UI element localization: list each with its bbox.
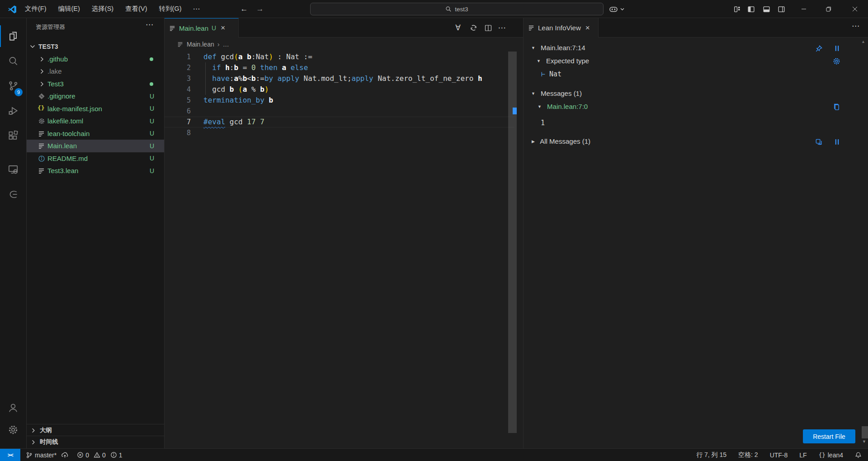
menu-view[interactable]: 查看(V) [119, 5, 153, 13]
tab-close-icon[interactable]: × [221, 24, 225, 33]
accounts-icon[interactable] [0, 397, 26, 419]
customize-layout-icon[interactable] [731, 0, 742, 18]
cursor-position-item[interactable]: 行 7, 列 15 [696, 451, 726, 459]
remote-indicator[interactable]: >< [0, 449, 20, 461]
publish-changes-icon[interactable] [61, 452, 69, 458]
code-text: if h:b = 0 then a else [203, 62, 308, 73]
tab-main-lean[interactable]: Main.lean U × [165, 18, 239, 38]
git-status-badge: U [150, 130, 154, 137]
file-row-main-lean[interactable]: Main.leanU [27, 140, 164, 152]
lean-extension-icon[interactable] [0, 183, 26, 205]
breadcrumb-separator: › [217, 40, 220, 48]
git-branch-item[interactable]: master* [26, 452, 57, 459]
all-messages-section[interactable]: ▶ All Messages (1) [532, 137, 590, 145]
code-line-6[interactable]: 6 [165, 106, 514, 117]
notifications-bell-icon[interactable] [855, 452, 862, 459]
restore-button[interactable] [818, 0, 839, 18]
line-number: 5 [165, 95, 191, 106]
toggle-panel-icon[interactable] [761, 0, 772, 18]
message-location[interactable]: ▼ Main.lean:7:0 [538, 103, 588, 110]
code-line-4[interactable]: 4 gcd b (a % b) [165, 84, 514, 95]
sidebar-more-actions[interactable]: ⋯ [146, 20, 153, 29]
menu-go[interactable]: 转到(G) [153, 5, 188, 13]
infoview-scrollbar[interactable] [862, 426, 868, 438]
eol-item[interactable]: LF [799, 452, 807, 459]
outline-section[interactable]: 大纲 [27, 424, 164, 436]
code-line-5[interactable]: 5termination_by b [165, 95, 514, 106]
file-row-lakefile-toml[interactable]: lakefile.tomlU [27, 115, 164, 127]
code-line-2[interactable]: 2 if h:b = 0 then a else [165, 62, 514, 73]
language-mode-item[interactable]: {} lean4 [819, 452, 843, 459]
split-editor-icon[interactable] [481, 18, 495, 38]
file-row-lake-manifest-json[interactable]: {}lake-manifest.jsonU [27, 103, 164, 115]
code-line-7[interactable]: 7#eval gcd 17 7 [165, 117, 514, 127]
infoview-tab-close-icon[interactable]: × [585, 24, 590, 33]
indentation-item[interactable]: 空格: 2 [738, 451, 758, 459]
settings-gear-icon[interactable] [832, 57, 841, 66]
line-number: 8 [165, 127, 191, 138]
code-line-3[interactable]: 3 have:a%b<b:=by apply Nat.mod_lt;apply … [165, 73, 514, 84]
file-row-readme-md[interactable]: README.mdU [27, 152, 164, 165]
nav-back-icon[interactable]: ← [237, 0, 251, 18]
copy-to-comment-icon[interactable] [833, 103, 840, 111]
scroll-up-icon[interactable]: ▲ [861, 39, 865, 44]
nav-forward-icon[interactable]: → [253, 0, 267, 18]
menu-selection[interactable]: 选择(S) [86, 5, 119, 13]
code-line-8[interactable]: 8 [165, 127, 514, 138]
code-line-1[interactable]: 1def gcd(a b:Nat) : Nat := [165, 52, 514, 62]
command-center-search[interactable]: test3 [310, 3, 604, 15]
info-file-icon [38, 155, 45, 162]
close-button[interactable] [844, 0, 866, 18]
copilot-button[interactable] [606, 0, 627, 18]
settings-gear-icon[interactable] [0, 419, 26, 441]
remote-explorer-icon[interactable] [0, 159, 26, 180]
problems-item[interactable]: 0 0 1 [77, 452, 122, 459]
messages-section[interactable]: ▼ Messages (1) [531, 89, 582, 97]
breadcrumb-tail: … [223, 41, 229, 48]
code-area[interactable]: 1def gcd(a b:Nat) : Nat :=2 if h:b = 0 t… [165, 52, 514, 138]
git-status-badge: U [150, 105, 154, 112]
toggle-secondary-sidebar-icon[interactable] [776, 0, 787, 18]
file-row--lake[interactable]: .lake [27, 65, 164, 78]
file-row--gitignore[interactable]: .gitignoreU [27, 90, 164, 103]
braces-icon: {} [819, 452, 826, 458]
json-braces-icon: {} [38, 104, 45, 111]
file-row-test3[interactable]: Test3 [27, 78, 164, 90]
file-file-icon [38, 130, 45, 137]
minimize-button[interactable] [793, 0, 814, 18]
search-activity-icon[interactable] [0, 50, 26, 72]
pin-icon[interactable] [815, 45, 823, 52]
file-row-test3-lean[interactable]: Test3.leanU [27, 165, 164, 177]
scroll-down-icon[interactable]: ▼ [862, 439, 866, 444]
info-icon [110, 452, 117, 458]
extensions-icon[interactable] [0, 125, 26, 146]
breadcrumb[interactable]: Main.lean › … [165, 38, 514, 51]
cursor-position-section[interactable]: ▼ Main.lean:7:14 [531, 44, 585, 52]
menu-file[interactable]: 文件(F) [19, 5, 52, 13]
restart-lean-icon[interactable] [467, 18, 480, 38]
lean-infoview-panel: Lean InfoView × ⋯ ▼ Main.lean:7:14 ▼ Exp… [523, 18, 868, 448]
restart-file-button[interactable]: Restart File [803, 429, 855, 443]
timeline-section[interactable]: 时间线 [27, 436, 164, 448]
menu-edit[interactable]: 编辑(E) [52, 5, 86, 13]
file-row--github[interactable]: .github [27, 53, 164, 66]
tab-lean-infoview[interactable]: Lean InfoView × [524, 18, 599, 38]
menu-overflow[interactable]: ⋯ [187, 5, 205, 13]
code-text: gcd b (a % b) [203, 84, 269, 95]
encoding-item[interactable]: UTF-8 [770, 452, 788, 459]
file-row-lean-toolchain[interactable]: lean-toolchainU [27, 127, 164, 140]
git-status-badge: U [150, 142, 154, 150]
toggle-infoview-icon[interactable]: ∀ [451, 18, 465, 38]
tree-root-test3[interactable]: TEST3 [27, 40, 164, 53]
source-control-icon[interactable]: 9 [0, 75, 26, 97]
run-debug-icon[interactable] [0, 100, 26, 122]
pause-icon[interactable] [834, 138, 840, 146]
copy-all-icon[interactable] [815, 138, 823, 146]
editor-more-actions[interactable]: ⋯ [495, 18, 509, 38]
expected-type-section[interactable]: ▼ Expected type [537, 57, 589, 65]
explorer-icon[interactable] [0, 25, 26, 47]
pause-icon[interactable] [834, 45, 840, 52]
file-icon [177, 41, 184, 47]
infoview-more-actions[interactable]: ⋯ [852, 21, 859, 31]
toggle-primary-sidebar-icon[interactable] [745, 0, 756, 18]
